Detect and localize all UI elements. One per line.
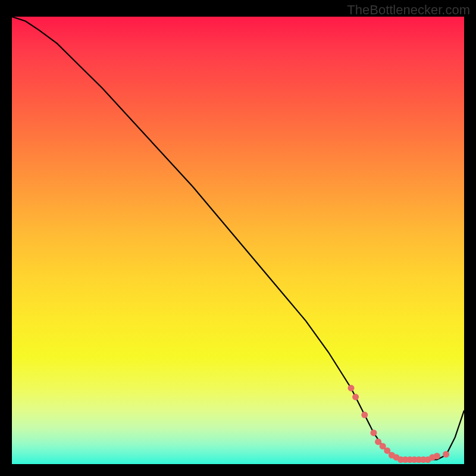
watermark-text: TheBottlenecker.com: [347, 2, 470, 18]
chart-svg: [12, 17, 464, 464]
marker-point: [371, 430, 377, 436]
marker-point: [348, 385, 355, 392]
marker-point: [361, 412, 368, 418]
plot-area: [12, 17, 464, 464]
marker-point: [352, 394, 359, 400]
marker-point: [443, 451, 449, 458]
marker-group: [348, 385, 450, 463]
line-series: [12, 17, 464, 460]
marker-point: [434, 453, 440, 459]
chart-container: TheBottlenecker.com: [0, 0, 476, 476]
